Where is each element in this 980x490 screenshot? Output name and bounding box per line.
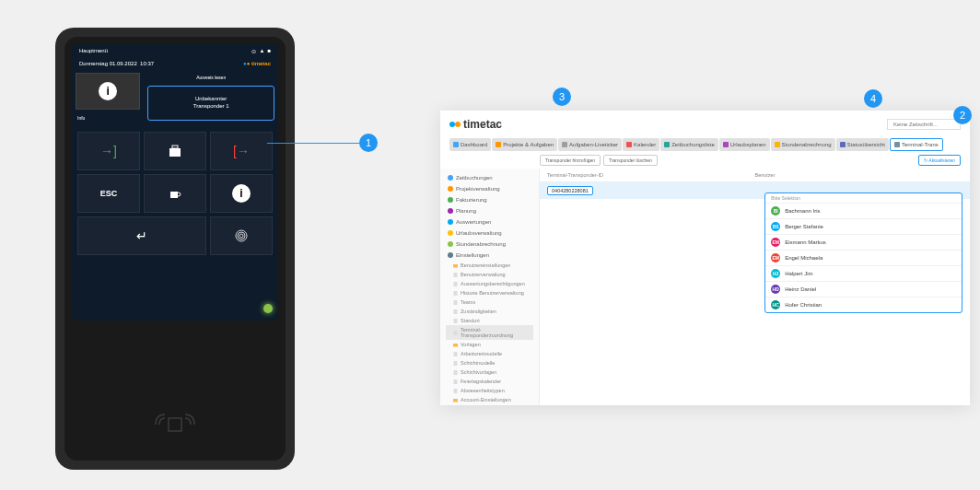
sidebar-item-planung[interactable]: Planung xyxy=(446,205,533,216)
esc-button[interactable]: ESC xyxy=(77,174,140,213)
sidebar-sub-teams[interactable]: Teams xyxy=(446,298,533,307)
tab-aufgaben-liveticker[interactable]: Aufgaben-Liveticker xyxy=(558,138,622,151)
clock-out-button[interactable]: [→ xyxy=(210,132,273,170)
sidebar-sub-accountverwaltung[interactable]: Accountverwaltung xyxy=(446,404,533,405)
enter-button[interactable]: ↵ xyxy=(77,216,206,255)
avatar: HD xyxy=(771,285,780,294)
sidebar-sub-arbeitszeitmodelle[interactable]: Arbeitszeitmodelle xyxy=(446,349,533,358)
svg-point-5 xyxy=(239,234,243,238)
refresh-button[interactable]: ↻ Aktualisieren xyxy=(918,155,961,166)
callout-1: 1 xyxy=(359,134,378,152)
battery-icon: ■ xyxy=(267,48,271,54)
sidebar-sub-benutzereinstellungen[interactable]: Benutzereinstellungen xyxy=(446,261,533,270)
tab-dashboard[interactable]: Dashboard xyxy=(449,138,491,151)
user-option[interactable]: HJHalpert Jim xyxy=(765,265,962,281)
sidebar-sub-historie-benutzerverwaltung[interactable]: Historie Benutzerverwaltung xyxy=(446,288,533,298)
time-value: 10:37 xyxy=(140,61,154,66)
status-led xyxy=(263,304,273,313)
info2-button[interactable]: i xyxy=(210,174,273,213)
transponder-line1: Unbekannter xyxy=(152,96,270,103)
tab-zeitbuchungsliste[interactable]: Zeitbuchungsliste xyxy=(660,138,718,151)
avatar: HJ xyxy=(771,269,780,278)
user-select-dropdown[interactable]: Bitte Selektion BIBachmann IrisBSBerger … xyxy=(764,192,962,313)
delete-transponder-button[interactable]: Transponder löschen xyxy=(603,155,658,166)
user-name: Berger Stefanie xyxy=(785,224,823,229)
user-option[interactable]: BSBerger Stefanie xyxy=(765,218,962,234)
sidebar-sub-auswertungsberechtigungen[interactable]: Auswertungsberechtigungen xyxy=(446,279,533,288)
tab-stundenabrechnung[interactable]: Stundenabrechnung xyxy=(771,138,835,151)
sidebar-sub-account-einstellungen[interactable]: Account-Einstellungen xyxy=(446,395,533,404)
sidebar-item-fakturierung[interactable]: Fakturierung xyxy=(446,194,533,205)
sidebar-sub-abwesenheitstypen[interactable]: Abwesenheitstypen xyxy=(446,386,533,395)
sidebar-sub-vorlagen[interactable]: Vorlagen xyxy=(446,340,533,349)
briefcase-button[interactable] xyxy=(144,132,206,170)
sidebar-sub-benutzerverwaltung[interactable]: Benutzerverwaltung xyxy=(446,270,533,279)
tab-status-bersicht[interactable]: Statusübersicht xyxy=(836,138,889,151)
user-name: Heinz Daniel xyxy=(785,286,816,292)
user-name: Engel Michaela xyxy=(785,255,822,261)
search-input[interactable] xyxy=(887,119,961,130)
user-option[interactable]: EMEngel Michaela xyxy=(765,250,962,265)
user-option[interactable]: EMEismann Markus xyxy=(765,234,962,250)
sidebar: ZeitbuchungenProjektverwaltungFakturieru… xyxy=(440,169,540,405)
svg-rect-21 xyxy=(453,399,458,402)
info-icon: i xyxy=(232,184,251,203)
svg-rect-19 xyxy=(454,379,458,384)
tab-projekte-aufgaben[interactable]: Projekte & Aufgaben xyxy=(492,138,557,151)
svg-rect-13 xyxy=(454,319,458,323)
logo-text: timetac xyxy=(463,118,502,131)
svg-rect-20 xyxy=(454,389,458,393)
user-option[interactable]: HCHofer Christian xyxy=(765,297,962,312)
logo: timetac xyxy=(449,118,502,131)
menu-title: Hauptmenü xyxy=(79,48,108,54)
wifi-icon: ▲ xyxy=(259,48,264,54)
svg-rect-10 xyxy=(454,291,458,296)
user-name: Halpert Jim xyxy=(785,271,812,276)
svg-rect-16 xyxy=(454,352,458,356)
sidebar-sub-standort[interactable]: Standort xyxy=(446,316,533,325)
add-transponder-button[interactable]: Transponder hinzufügen xyxy=(540,155,601,166)
content-area: Terminal-Transponder-ID Benutzer 0404280… xyxy=(540,169,970,405)
fingerprint-button[interactable] xyxy=(210,216,273,255)
avatar: BS xyxy=(771,222,780,231)
sidebar-sub-feiertagskalender[interactable]: Feiertagskalender xyxy=(446,377,533,386)
tab-urlaubsplanen[interactable]: Urlaubsplanen xyxy=(719,138,770,151)
break-button[interactable] xyxy=(144,174,206,213)
briefcase-icon xyxy=(168,145,182,158)
sidebar-sub-schichtmodelle[interactable]: Schichtmodelle xyxy=(446,358,533,368)
callout-3: 3 xyxy=(553,88,571,106)
info-label: Info xyxy=(76,113,140,122)
sidebar-item-projektverwaltung[interactable]: Projektverwaltung xyxy=(446,183,533,194)
sidebar-item-zeitbuchungen[interactable]: Zeitbuchungen xyxy=(446,172,533,183)
tab-terminal-trans[interactable]: Terminal-Trans xyxy=(890,138,943,151)
col-user: Benutzer xyxy=(755,172,776,178)
transponder-id-pill: 0404280228081 xyxy=(547,186,593,195)
sidebar-item-stundenabrechnung[interactable]: Stundenabrechnung xyxy=(446,239,533,250)
sidebar-item-urlaubsverwaltung[interactable]: Urlaubsverwaltung xyxy=(446,228,533,239)
svg-rect-14 xyxy=(453,331,457,335)
read-badge-label: Ausweis lesen xyxy=(147,73,274,82)
sidebar-item-einstellungen[interactable]: Einstellungen xyxy=(446,250,533,261)
sidebar-sub-terminal-transponderzuordnung[interactable]: Terminal-Transponderzuordnung xyxy=(446,325,533,340)
svg-rect-0 xyxy=(169,148,181,157)
brand: timetac xyxy=(251,61,271,66)
tab-kalender[interactable]: Kalender xyxy=(623,138,659,151)
svg-rect-15 xyxy=(453,344,458,347)
sidebar-item-auswertungen[interactable]: Auswertungen xyxy=(446,216,533,228)
user-option[interactable]: BIBachmann Iris xyxy=(765,203,962,218)
user-option[interactable]: HDHeinz Daniel xyxy=(765,281,962,297)
unknown-transponder-box[interactable]: Unbekannter Transponder 1 xyxy=(147,86,274,121)
avatar: EM xyxy=(771,253,780,262)
transponder-line2: Transponder 1 xyxy=(152,103,270,111)
info-button[interactable]: i xyxy=(76,73,140,110)
avatar: EM xyxy=(771,238,780,247)
clock-in-button[interactable]: →] xyxy=(77,132,140,170)
avatar: HC xyxy=(771,300,780,309)
filter-label: Bitte Selektion xyxy=(765,193,962,203)
nfc-status-icon: ⊙ xyxy=(251,48,256,54)
svg-rect-2 xyxy=(170,192,178,198)
sidebar-sub-schichtvorlagen[interactable]: Schichtvorlagen xyxy=(446,368,533,377)
sidebar-sub-zust-ndigkeiten[interactable]: Zuständigkeiten xyxy=(446,307,533,316)
svg-rect-1 xyxy=(172,146,178,148)
svg-rect-17 xyxy=(454,361,458,366)
